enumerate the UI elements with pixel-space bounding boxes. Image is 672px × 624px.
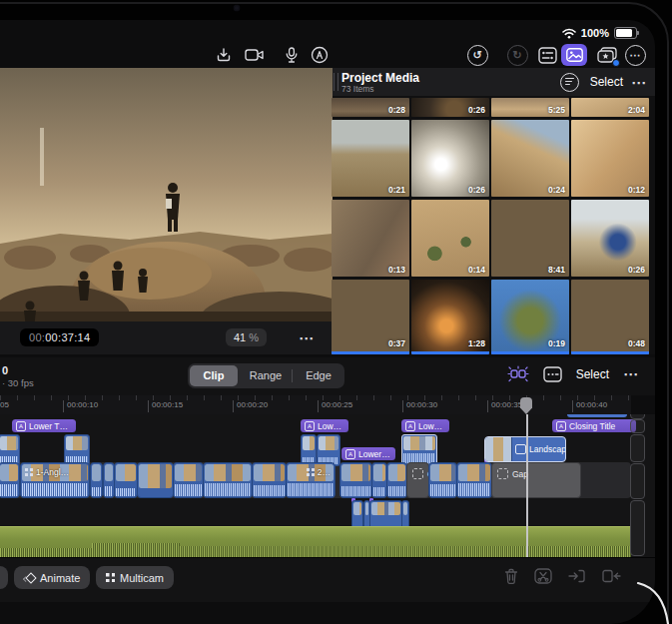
storyline-clip[interactable] xyxy=(173,462,204,498)
media-thumbnail[interactable]: 0:14 xyxy=(411,200,489,277)
media-thumbnail[interactable]: 1:28 xyxy=(411,280,489,354)
storyline-clip[interactable]: 2… xyxy=(286,462,336,498)
ruler-label: 00:00:40 xyxy=(572,400,607,412)
voiceover-button[interactable] xyxy=(280,44,304,66)
timeline-browser-button[interactable] xyxy=(543,366,562,382)
title-icon xyxy=(305,421,315,431)
filter-button[interactable] xyxy=(560,73,579,92)
media-thumbnail[interactable]: 0:24 xyxy=(491,120,569,197)
timeline-tracks[interactable]: Lower T… Low… Low… Lower… Closing Title … xyxy=(0,414,655,557)
media-thumbnail[interactable]: 0:26 xyxy=(411,98,489,117)
track-scroll-segment[interactable] xyxy=(630,419,645,433)
partial-button[interactable] xyxy=(0,566,8,589)
audio-clip[interactable] xyxy=(0,526,631,557)
media-more-button[interactable] xyxy=(631,74,647,92)
mode-edge[interactable]: Edge xyxy=(295,365,342,386)
storyline-clip[interactable] xyxy=(428,462,457,498)
audio-waveform xyxy=(92,543,180,557)
viewer-image[interactable] xyxy=(0,68,333,321)
import-button[interactable] xyxy=(212,44,236,66)
media-thumbnail[interactable]: 0:37 xyxy=(332,280,409,354)
media-thumbnail[interactable]: 0:21 xyxy=(332,120,409,197)
storyline-clip[interactable] xyxy=(203,462,253,498)
animate-button[interactable]: Animate xyxy=(14,566,90,589)
insert-button[interactable] xyxy=(568,568,586,584)
timeline-select-button[interactable]: Select xyxy=(576,367,609,381)
track-scroll-segment[interactable] xyxy=(630,500,645,556)
media-thumbnail[interactable]: 8:41 xyxy=(491,200,569,277)
closing-title-clip[interactable]: Closing Title xyxy=(552,419,636,432)
inspector-icon xyxy=(538,47,557,64)
mode-range[interactable]: Range xyxy=(242,365,290,386)
storyline-clip[interactable] xyxy=(339,462,372,498)
connected-clip[interactable] xyxy=(567,414,627,417)
app-screen: 100% xyxy=(0,20,655,624)
media-thumbnail[interactable]: 0:26 xyxy=(411,120,489,197)
storyline-clip[interactable] xyxy=(114,462,138,498)
blade-button[interactable] xyxy=(534,568,552,584)
timeline-ruler[interactable]: 05 00:00:10 00:00:15 00:00:20 00:00:25 0… xyxy=(0,395,631,414)
track-scroll-segment[interactable] xyxy=(630,463,645,499)
storyline-clip[interactable] xyxy=(386,462,407,498)
undo-button[interactable] xyxy=(465,44,489,66)
more-icon xyxy=(625,45,646,66)
storyline-clip[interactable] xyxy=(252,462,287,498)
usage-indicator xyxy=(491,351,569,354)
media-browser-button[interactable] xyxy=(561,44,587,66)
panel-grip[interactable] xyxy=(334,73,338,91)
usage-indicator xyxy=(571,351,649,354)
multicam-icon xyxy=(25,468,33,476)
animate-icon xyxy=(24,572,35,583)
media-thumbnail[interactable]: 0:13 xyxy=(332,200,409,277)
storyline-clip[interactable] xyxy=(371,462,387,498)
timeline-more-button[interactable] xyxy=(623,365,639,383)
project-frame-rate: · 30 fps xyxy=(2,377,34,388)
storyline-clip[interactable] xyxy=(90,462,103,498)
media-thumbnail[interactable]: 5:25 xyxy=(491,98,569,117)
multicam-icon xyxy=(106,573,115,582)
media-thumbnail[interactable]: 0:48 xyxy=(571,280,649,354)
audio-waveform xyxy=(180,546,631,557)
multicam-button[interactable]: Multicam xyxy=(96,566,174,589)
import-icon xyxy=(216,47,232,63)
redo-button[interactable] xyxy=(505,44,529,66)
gap-clip[interactable]: Gap xyxy=(491,462,581,498)
playhead-line[interactable] xyxy=(526,414,528,557)
enhance-button[interactable] xyxy=(507,365,529,383)
record-button[interactable] xyxy=(243,44,267,66)
media-thumbnail[interactable]: 0:28 xyxy=(332,98,409,117)
storyline-clip[interactable] xyxy=(137,462,174,498)
media-thumbnail[interactable]: 0:19 xyxy=(491,280,569,354)
landscape-clip[interactable]: Landscap… xyxy=(484,436,566,462)
storyline-clip[interactable]: 1-Angl… xyxy=(20,462,90,498)
pencil-icon xyxy=(311,46,329,64)
clips-button[interactable] xyxy=(595,44,619,66)
ruler-label: 00:00:35 xyxy=(487,400,522,412)
media-thumbnail[interactable]: 0:12 xyxy=(571,120,649,197)
media-panel: Project Media 73 Items Select 0:28 0:26 … xyxy=(333,68,655,354)
delete-button[interactable] xyxy=(504,568,518,584)
media-thumbnail[interactable]: 2:04 xyxy=(571,98,649,117)
title-clip[interactable]: Low… xyxy=(401,419,449,432)
gap-icon xyxy=(497,468,508,479)
zoom-level[interactable]: 41% xyxy=(226,328,267,346)
battery-icon xyxy=(614,27,637,39)
pencil-tool-button[interactable] xyxy=(308,44,332,66)
title-clip[interactable]: Low… xyxy=(301,419,348,432)
more-button[interactable] xyxy=(623,44,647,66)
viewer-control-bar: 00:00:37:14 41% xyxy=(0,321,333,354)
title-clip[interactable]: Lower… xyxy=(341,447,395,460)
viewer-more-button[interactable] xyxy=(299,329,315,347)
title-clip[interactable]: Lower T… xyxy=(12,419,76,432)
mode-clip[interactable]: Clip xyxy=(190,365,238,386)
overwrite-button[interactable] xyxy=(602,568,621,584)
track-scroll-segment[interactable] xyxy=(630,434,645,462)
front-camera xyxy=(234,5,240,11)
storyline-clip[interactable] xyxy=(0,462,20,498)
gap-clip[interactable]: G… xyxy=(406,462,429,498)
media-thumbnail[interactable]: 0:26 xyxy=(571,200,649,277)
inspector-button[interactable] xyxy=(535,44,559,66)
storyline-clip[interactable] xyxy=(456,462,492,498)
status-bar: 100% xyxy=(0,24,655,44)
media-select-button[interactable]: Select xyxy=(590,75,623,89)
